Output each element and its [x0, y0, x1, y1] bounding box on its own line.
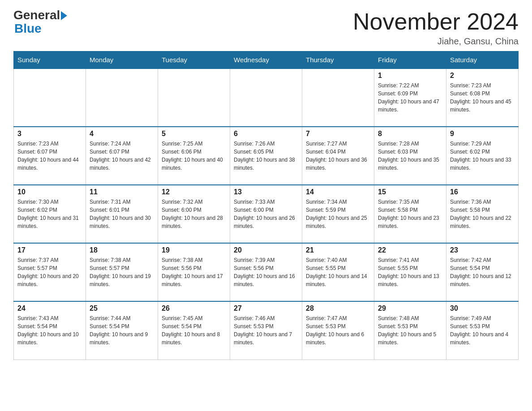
month-title: November 2024	[353, 9, 519, 34]
calendar-cell: 2Sunrise: 7:23 AMSunset: 6:08 PMDaylight…	[446, 68, 519, 127]
calendar-cell: 19Sunrise: 7:38 AMSunset: 5:56 PMDayligh…	[158, 243, 230, 301]
day-number: 5	[162, 130, 226, 138]
day-info: Sunrise: 7:35 AMSunset: 5:58 PMDaylight:…	[378, 198, 442, 230]
calendar-header-sunday: Sunday	[14, 51, 86, 69]
day-info: Sunrise: 7:39 AMSunset: 5:56 PMDaylight:…	[234, 256, 298, 288]
calendar-header-saturday: Saturday	[446, 51, 519, 69]
calendar-cell: 29Sunrise: 7:48 AMSunset: 5:53 PMDayligh…	[374, 301, 446, 360]
calendar-cell: 10Sunrise: 7:30 AMSunset: 6:02 PMDayligh…	[14, 185, 86, 243]
logo-general-text: General	[13, 9, 60, 21]
day-info: Sunrise: 7:44 AMSunset: 5:54 PMDaylight:…	[90, 314, 154, 347]
day-info: Sunrise: 7:32 AMSunset: 6:00 PMDaylight:…	[162, 198, 226, 230]
calendar-cell: 11Sunrise: 7:31 AMSunset: 6:01 PMDayligh…	[86, 185, 158, 243]
day-number: 20	[234, 246, 298, 254]
day-number: 23	[450, 246, 515, 254]
day-info: Sunrise: 7:23 AMSunset: 6:07 PMDaylight:…	[17, 140, 82, 172]
day-number: 14	[306, 188, 370, 196]
day-info: Sunrise: 7:30 AMSunset: 6:02 PMDaylight:…	[17, 198, 82, 230]
calendar-header-monday: Monday	[86, 51, 158, 69]
day-info: Sunrise: 7:36 AMSunset: 5:58 PMDaylight:…	[450, 198, 515, 230]
day-number: 11	[90, 188, 154, 196]
day-number: 12	[162, 188, 226, 196]
day-info: Sunrise: 7:37 AMSunset: 5:57 PMDaylight:…	[17, 256, 82, 288]
calendar-cell: 15Sunrise: 7:35 AMSunset: 5:58 PMDayligh…	[374, 185, 446, 243]
day-number: 28	[306, 304, 370, 313]
day-info: Sunrise: 7:45 AMSunset: 5:54 PMDaylight:…	[162, 314, 226, 347]
day-number: 24	[17, 304, 82, 313]
day-info: Sunrise: 7:48 AMSunset: 5:53 PMDaylight:…	[378, 314, 442, 347]
calendar-cell	[14, 68, 86, 127]
calendar-cell: 14Sunrise: 7:34 AMSunset: 5:59 PMDayligh…	[302, 185, 374, 243]
day-info: Sunrise: 7:22 AMSunset: 6:09 PMDaylight:…	[378, 81, 442, 114]
calendar-cell: 25Sunrise: 7:44 AMSunset: 5:54 PMDayligh…	[86, 301, 158, 360]
day-number: 17	[17, 246, 82, 254]
title-section: November 2024 Jiahe, Gansu, China	[353, 9, 519, 47]
day-info: Sunrise: 7:42 AMSunset: 5:54 PMDaylight:…	[450, 256, 515, 288]
day-info: Sunrise: 7:49 AMSunset: 5:53 PMDaylight:…	[450, 314, 515, 347]
calendar-cell: 7Sunrise: 7:27 AMSunset: 6:04 PMDaylight…	[302, 127, 374, 185]
day-number: 2	[450, 72, 515, 80]
location-text: Jiahe, Gansu, China	[353, 36, 519, 47]
day-number: 13	[234, 188, 298, 196]
day-number: 26	[162, 304, 226, 313]
calendar-header-tuesday: Tuesday	[158, 51, 230, 69]
calendar-cell: 21Sunrise: 7:40 AMSunset: 5:55 PMDayligh…	[302, 243, 374, 301]
day-number: 10	[17, 188, 82, 196]
day-info: Sunrise: 7:41 AMSunset: 5:55 PMDaylight:…	[378, 256, 442, 288]
calendar-cell	[302, 68, 374, 127]
calendar-cell	[86, 68, 158, 127]
day-number: 4	[90, 130, 154, 138]
calendar-cell: 3Sunrise: 7:23 AMSunset: 6:07 PMDaylight…	[14, 127, 86, 185]
day-info: Sunrise: 7:38 AMSunset: 5:57 PMDaylight:…	[90, 256, 154, 288]
day-number: 22	[378, 246, 442, 254]
day-info: Sunrise: 7:38 AMSunset: 5:56 PMDaylight:…	[162, 256, 226, 288]
day-info: Sunrise: 7:40 AMSunset: 5:55 PMDaylight:…	[306, 256, 370, 288]
day-number: 1	[378, 72, 442, 80]
logo: General Blue	[13, 9, 67, 36]
day-number: 21	[306, 246, 370, 254]
day-info: Sunrise: 7:47 AMSunset: 5:53 PMDaylight:…	[306, 314, 370, 347]
calendar-cell: 23Sunrise: 7:42 AMSunset: 5:54 PMDayligh…	[446, 243, 519, 301]
day-number: 15	[378, 188, 442, 196]
day-info: Sunrise: 7:27 AMSunset: 6:04 PMDaylight:…	[306, 140, 370, 172]
day-number: 16	[450, 188, 515, 196]
calendar-cell: 20Sunrise: 7:39 AMSunset: 5:56 PMDayligh…	[230, 243, 302, 301]
day-number: 7	[306, 130, 370, 138]
day-number: 6	[234, 130, 298, 138]
calendar-week-2: 3Sunrise: 7:23 AMSunset: 6:07 PMDaylight…	[14, 127, 519, 185]
day-info: Sunrise: 7:23 AMSunset: 6:08 PMDaylight:…	[450, 81, 515, 114]
calendar-week-5: 24Sunrise: 7:43 AMSunset: 5:54 PMDayligh…	[14, 301, 519, 360]
day-info: Sunrise: 7:31 AMSunset: 6:01 PMDaylight:…	[90, 198, 154, 230]
calendar-cell: 26Sunrise: 7:45 AMSunset: 5:54 PMDayligh…	[158, 301, 230, 360]
calendar-cell: 27Sunrise: 7:46 AMSunset: 5:53 PMDayligh…	[230, 301, 302, 360]
calendar-cell	[230, 68, 302, 127]
day-info: Sunrise: 7:28 AMSunset: 6:03 PMDaylight:…	[378, 140, 442, 172]
day-info: Sunrise: 7:34 AMSunset: 5:59 PMDaylight:…	[306, 198, 370, 230]
calendar-cell: 13Sunrise: 7:33 AMSunset: 6:00 PMDayligh…	[230, 185, 302, 243]
calendar-week-4: 17Sunrise: 7:37 AMSunset: 5:57 PMDayligh…	[14, 243, 519, 301]
calendar-cell: 16Sunrise: 7:36 AMSunset: 5:58 PMDayligh…	[446, 185, 519, 243]
calendar-cell: 6Sunrise: 7:26 AMSunset: 6:05 PMDaylight…	[230, 127, 302, 185]
day-number: 19	[162, 246, 226, 254]
day-number: 29	[378, 304, 442, 313]
day-number: 3	[17, 130, 82, 138]
calendar-cell: 18Sunrise: 7:38 AMSunset: 5:57 PMDayligh…	[86, 243, 158, 301]
calendar-header-row: SundayMondayTuesdayWednesdayThursdayFrid…	[14, 51, 519, 69]
day-info: Sunrise: 7:25 AMSunset: 6:06 PMDaylight:…	[162, 140, 226, 172]
day-info: Sunrise: 7:46 AMSunset: 5:53 PMDaylight:…	[234, 314, 298, 347]
calendar-cell: 22Sunrise: 7:41 AMSunset: 5:55 PMDayligh…	[374, 243, 446, 301]
calendar-cell: 24Sunrise: 7:43 AMSunset: 5:54 PMDayligh…	[14, 301, 86, 360]
calendar-table: SundayMondayTuesdayWednesdayThursdayFrid…	[13, 51, 519, 360]
calendar-header-thursday: Thursday	[302, 51, 374, 69]
calendar-header-wednesday: Wednesday	[230, 51, 302, 69]
calendar-cell	[158, 68, 230, 127]
page-header: General Blue November 2024 Jiahe, Gansu,…	[13, 9, 519, 47]
day-number: 25	[90, 304, 154, 313]
day-number: 8	[378, 130, 442, 138]
day-number: 18	[90, 246, 154, 254]
day-info: Sunrise: 7:43 AMSunset: 5:54 PMDaylight:…	[17, 314, 82, 347]
calendar-header-friday: Friday	[374, 51, 446, 69]
calendar-week-3: 10Sunrise: 7:30 AMSunset: 6:02 PMDayligh…	[14, 185, 519, 243]
day-info: Sunrise: 7:24 AMSunset: 6:07 PMDaylight:…	[90, 140, 154, 172]
day-number: 27	[234, 304, 298, 313]
